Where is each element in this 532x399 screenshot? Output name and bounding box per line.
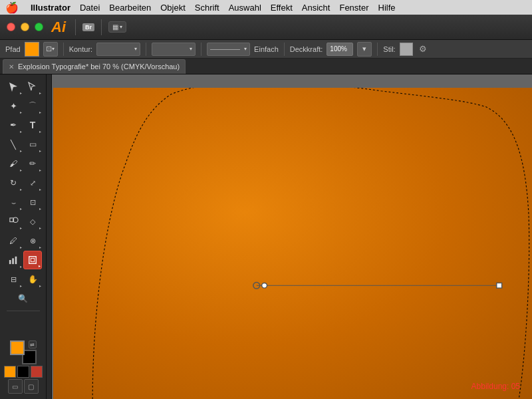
- opacity-label: Deckkraft:: [290, 45, 323, 53]
- scale-tool[interactable]: ⤢ ▸: [23, 174, 42, 192]
- tab-bar: ✕ Explosion Typografie* bei 70 % (CMYK/V…: [0, 59, 532, 74]
- stil-label: Stil:: [383, 45, 395, 53]
- left-scroll-indicator: [47, 74, 52, 399]
- black-swatch[interactable]: [17, 366, 29, 378]
- toolbar-separator-1: [7, 311, 40, 311]
- canvas-area: Abbildung: 05: [47, 74, 532, 399]
- apple-menu[interactable]: 🍎: [5, 1, 19, 14]
- document-tab[interactable]: ✕ Explosion Typografie* bei 70 % (CMYK/V…: [3, 59, 186, 74]
- path-overlay: [53, 88, 532, 399]
- menu-illustrator[interactable]: Illustrator: [31, 3, 70, 13]
- perspective-tool[interactable]: ◇ ▸: [23, 212, 42, 231]
- svg-rect-2: [9, 260, 11, 264]
- menu-auswahl[interactable]: Auswahl: [229, 3, 261, 13]
- minimize-button[interactable]: [21, 23, 29, 31]
- opacity-field[interactable]: 100%: [327, 43, 353, 56]
- line-tool[interactable]: ╲ ▸: [4, 135, 23, 154]
- tab-title: Explosion Typografie* bei 70 % (CMYK/Vor…: [18, 63, 180, 70]
- close-tab-icon[interactable]: ✕: [9, 63, 14, 70]
- menu-fenster[interactable]: Fenster: [339, 3, 368, 13]
- br-badge[interactable]: Br: [82, 23, 94, 31]
- tool-row-12: 🔍: [14, 289, 33, 308]
- stroke-width-dropdown[interactable]: ▾: [152, 43, 196, 56]
- menu-ansicht[interactable]: Ansicht: [302, 3, 331, 13]
- color-section: ⇄ ▭ ▢: [4, 340, 43, 396]
- artboard-canvas[interactable]: Abbildung: 05: [53, 88, 532, 399]
- menu-effekt[interactable]: Effekt: [271, 3, 293, 13]
- hand-tool[interactable]: ✋ ▸: [23, 270, 42, 289]
- close-button[interactable]: [7, 23, 15, 31]
- maximize-button[interactable]: [35, 23, 43, 31]
- tool-row-11: ⊟ ▸ ✋ ▸: [4, 270, 42, 289]
- selection-tool[interactable]: ▸: [4, 77, 23, 96]
- red-swatch[interactable]: [31, 366, 43, 378]
- settings-gear-icon[interactable]: ⚙: [417, 43, 429, 55]
- menu-schrift[interactable]: Schrift: [195, 3, 219, 13]
- svg-rect-5: [29, 257, 37, 264]
- kontur-dropdown[interactable]: ▾: [96, 43, 140, 56]
- zoom-tool[interactable]: 🔍: [14, 289, 33, 308]
- main-area: ▸ ▸ ✦ ▸ ⌒ ▸ ✒ ▸ T ▸: [0, 74, 532, 399]
- fill-color-box[interactable]: [25, 42, 39, 57]
- type-tool[interactable]: T ▸: [23, 116, 42, 134]
- title-bar: Ai Br ▦ ▾: [0, 15, 532, 40]
- chart-tool[interactable]: ▸: [4, 251, 23, 269]
- tool-row-7: ⌣ ▸ ⊡ ▸: [4, 193, 42, 211]
- tool-row-2: ✦ ▸ ⌒ ▸: [4, 96, 42, 115]
- path-label: Pfad: [5, 45, 21, 53]
- eyedropper-tool[interactable]: 🖊 ▸: [4, 231, 23, 250]
- tool-row-10: ▸ ▸: [4, 251, 42, 269]
- lasso-tool[interactable]: ⌒ ▸: [23, 96, 42, 115]
- free-transform-tool[interactable]: ⊡ ▸: [23, 193, 42, 211]
- stroke-type-label: Einfach: [254, 45, 279, 53]
- stroke-style-dropdown[interactable]: ————— ▾: [207, 43, 250, 56]
- tool-row-6: ↻ ▸ ⤢ ▸: [4, 174, 42, 192]
- stil-box[interactable]: [400, 43, 413, 56]
- full-screen-btn[interactable]: ▢: [24, 379, 39, 394]
- tool-row-9: 🖊 ▸ ⊗ ▸: [4, 231, 42, 250]
- warp-tool[interactable]: ⌣ ▸: [4, 193, 23, 211]
- view-toggle-button[interactable]: ▦ ▾: [108, 21, 126, 33]
- swap-colors-icon[interactable]: ⇄: [29, 340, 37, 348]
- options-bar: Pfad ⊡▾ Kontur: ▾ ▾ ————— ▾ Einfach Deck…: [0, 40, 532, 59]
- rectangle-tool[interactable]: ▭ ▸: [23, 135, 42, 154]
- separator-3: [201, 43, 201, 56]
- svg-rect-4: [15, 257, 17, 264]
- swatch-row: [4, 366, 43, 378]
- magic-wand-tool[interactable]: ✦ ▸: [4, 96, 23, 115]
- separator-2: [146, 43, 146, 56]
- menu-bearbeiten[interactable]: Bearbeiten: [109, 3, 151, 13]
- separator-4: [284, 43, 285, 56]
- tool-row-1: ▸ ▸: [4, 77, 42, 96]
- menu-bar: 🍎 Illustrator Datei Bearbeiten Objekt Sc…: [0, 0, 532, 15]
- artboard-tool[interactable]: ▸: [23, 251, 42, 269]
- blend-tool[interactable]: ⊗ ▸: [23, 231, 42, 250]
- svg-rect-6: [31, 258, 34, 261]
- separator: [63, 43, 64, 56]
- foreground-color-swatch[interactable]: [10, 340, 25, 355]
- tool-panel: ▸ ▸ ✦ ▸ ⌒ ▸ ✒ ▸ T ▸: [0, 74, 47, 399]
- screen-mode-btn[interactable]: ▭: [8, 379, 23, 394]
- shape-builder-tool[interactable]: ▸: [4, 212, 23, 231]
- svg-rect-10: [497, 283, 502, 288]
- svg-point-9: [262, 283, 267, 288]
- separator-5: [377, 43, 378, 56]
- opacity-dropdown-btn[interactable]: ▾: [357, 42, 372, 57]
- figure-label: Abbildung: 05: [471, 382, 520, 391]
- tool-row-5: 🖌 ▸ ✏ ▸: [4, 154, 42, 173]
- separator-2: [101, 19, 102, 35]
- menu-objekt[interactable]: Objekt: [160, 3, 186, 13]
- menu-datei[interactable]: Datei: [80, 3, 100, 13]
- menu-hilfe[interactable]: Hilfe: [378, 3, 396, 13]
- paintbrush-tool[interactable]: 🖌 ▸: [4, 154, 23, 173]
- svg-rect-3: [12, 258, 14, 264]
- slice-tool[interactable]: ⊟ ▸: [4, 270, 23, 289]
- tool-row-4: ╲ ▸ ▭ ▸: [4, 135, 42, 154]
- fill-options-btn[interactable]: ⊡▾: [43, 42, 58, 57]
- direct-selection-tool[interactable]: ▸: [23, 77, 42, 96]
- kontur-label: Kontur:: [69, 45, 92, 53]
- pen-tool[interactable]: ✒ ▸: [4, 116, 23, 134]
- orange-swatch[interactable]: [4, 366, 16, 378]
- pencil-tool[interactable]: ✏ ▸: [23, 154, 42, 173]
- rotate-tool[interactable]: ↻ ▸: [4, 174, 23, 192]
